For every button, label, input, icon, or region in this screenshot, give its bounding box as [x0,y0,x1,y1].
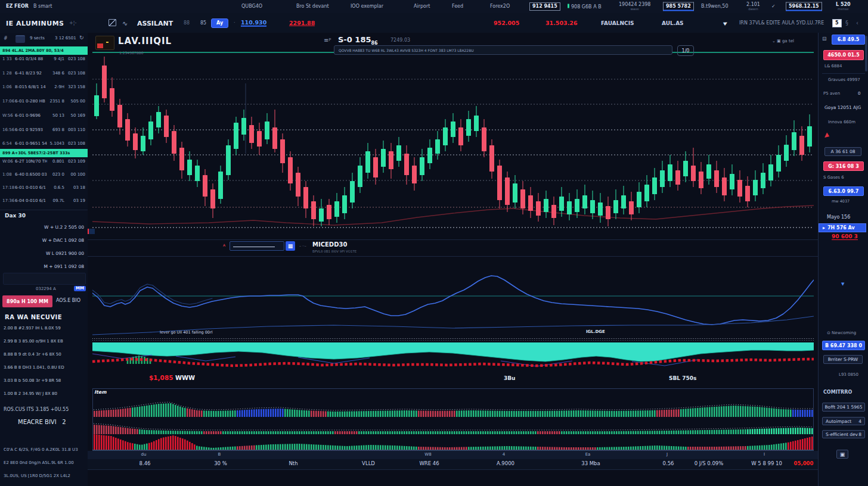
menubar-item[interactable]: Airport [414,4,430,9]
bofft-button[interactable]: Bofft 204 1 5965 [822,403,865,412]
menubar-item[interactable]: ✓ [771,4,776,9]
position-row[interactable]: 2.99 B 3 85.00 o/9H 1 8X EB [4,339,84,344]
ay-button[interactable]: Ay [211,18,228,28]
cell-size: 9 4J1 [49,57,64,61]
position-row[interactable]: 3.66 B 8 DH3 1.041, 0.8U ED [4,366,84,370]
highlighted-quote-row-1[interactable]: 894 4L.AL 2MA.80Y 80, 53/4 [0,46,88,55]
menubar-item[interactable]: 5968.12.15 [786,2,822,11]
position-row[interactable]: 3.03 B b 50.08 3r +9 8R 58 [4,379,84,383]
page-5-button[interactable]: 5 [832,19,842,27]
menubar-item[interactable]: Bro St devant [296,4,329,9]
menubar-item[interactable]: B smart [33,4,52,9]
selected-price-row[interactable]: ▸7H 576 Av [819,223,866,232]
menubar-item[interactable]: 190424 2398wave [619,2,650,11]
faualncis-tab[interactable]: FAUALNCIS [601,20,634,26]
watchlist-row[interactable]: 1:068-015 6/8/1 142-9H323 158 [2,85,85,89]
position-row[interactable]: 1.00 B 2 34.95 W/ J 8X 80 [4,392,84,396]
ratio-badge[interactable]: 1/0 [677,45,694,56]
buy-button-2[interactable]: 6.63.0 99.7 [823,186,864,196]
hash-icon[interactable]: # [4,36,8,41]
watchlist-row[interactable]: 1:086-40 0.6500 03023 000 100 [2,173,85,177]
watchlist-row[interactable]: 6:546-01 0-9651 545.1043023 108 [2,142,85,146]
pan-icon[interactable] [108,18,116,28]
volume-histogram-panel[interactable] [92,388,814,451]
menubar-item[interactable]: QUBG4O [241,4,262,9]
menubar-item[interactable]: 908 G6B A B [568,4,602,10]
cursor-icon[interactable]: ▶ [723,20,728,26]
dax-row[interactable]: W + U.2 2 505 00 [44,225,84,230]
dax-row[interactable]: W + DAC 1 092 08 [42,238,84,243]
autoimpact-button[interactable]: Autoimpact4 [822,417,865,425]
candlestick-chart[interactable] [92,51,814,237]
empty-order-input[interactable] [3,273,86,285]
axis-value: Nth [289,461,297,466]
dax-row[interactable]: M + 091 1 092 08 [44,264,84,269]
watchlist-row[interactable]: 17:366-04 0-010 6/109.7L03 19 [2,199,85,203]
menubar-item-label: B.t9wen,50 [701,4,728,9]
panel-menu-icon[interactable]: ⊟ [822,36,827,42]
watchlist-row[interactable]: 16:566-01 0 92593693 8003 110 [2,128,85,132]
cell-size: 50 13 [49,114,64,118]
menubar-item[interactable]: 985 5782 [663,2,694,11]
sefficient-button[interactable]: S-efficient dev8 [822,430,865,438]
briter-button[interactable]: Brriter S-PRW [823,355,863,364]
refresh-icon[interactable]: ↻ [79,35,84,40]
menubar-item[interactable]: Forex2O [490,4,510,9]
menubar-item[interactable]: Feed [452,4,463,9]
collapse-chevron-icon[interactable]: ‹ [856,20,858,26]
hamburger-icon[interactable]: ≡ᵖ [324,38,331,43]
momentum-indicator-panel[interactable] [92,256,814,338]
dax-section-title: Dax 30 [5,213,26,219]
goya-item[interactable]: Goya 12051 AJG [824,105,861,110]
folder-icon[interactable] [16,35,25,43]
buy-button-top[interactable]: 6.8 49.5 [832,35,865,45]
watchlist-row[interactable]: 17:066-01 0-280 HB2351 8505 00 [2,99,85,104]
watchlist-row[interactable]: 1 336-01 0/3/4 889 4J1023 108 [2,57,85,61]
menubar-item[interactable]: IOO exemplar [351,4,383,9]
cell-time: 17:06 [2,99,13,104]
axis-tick-strip [88,451,818,459]
watchlist-row[interactable]: W:566-01 0-969650 1350 169 [2,114,85,118]
momentum-name: IGL.DGE [586,330,605,334]
mm-badge[interactable]: MM [74,286,86,291]
sell-order-button[interactable]: 890a H 100 MM [2,295,52,307]
order-box-button[interactable]: A 36 61 08 [824,147,861,156]
position-row[interactable]: 2.00 B #2.937 IH L 8.0X 59 [4,326,84,331]
wave-icon[interactable]: ∿ [122,20,128,26]
cell-quote: 6-41 8/23 92 [15,71,47,76]
collapse-triangle-icon[interactable]: ▼ [841,282,844,286]
dax-row[interactable]: W L 0921 900 00 [46,251,84,256]
menubar-item-sub: wave [619,8,650,11]
sell-button-top[interactable]: 4650.0 01.5 [823,50,864,60]
search-apply-button[interactable]: ▦ [286,241,295,251]
add-symbol-button[interactable]: +¦- [69,21,76,26]
noves-label: mw 4037 [832,200,850,204]
sell-button-2[interactable]: G: 316 08 3 [823,161,864,171]
chart-title: LAV.IIIQIL [118,37,172,46]
menubar-item[interactable]: 2.101dasen [746,2,760,11]
watchlist-row[interactable]: W:066-2T 10N/70 TH0.801023 109 [2,160,85,164]
menubar-item[interactable]: 912 9415 [529,2,560,11]
innova-item[interactable]: Innova 660m [828,120,855,124]
axis-tick: W8 [424,453,431,457]
menubar-item[interactable]: L 520mense [836,2,851,11]
trend-ribbon-panel[interactable] [92,337,814,372]
macre-value: 2 [62,419,66,425]
aulas-tab[interactable]: AUL.AS [662,20,684,26]
highlighted-quote-row-2[interactable]: 899 A+3DL 5BES7/2-25BT 333s [0,149,88,157]
section-icon[interactable]: § [845,20,848,26]
scrollbar-thumb[interactable] [865,36,867,71]
watchlist-row[interactable]: 1 286-41 8/23 92348 6023 108 [2,71,85,76]
window-icon-button[interactable]: ▣ [836,450,848,459]
position-row[interactable]: 8.88 B 9 dt 0.4 3r +6 8X 50 [4,353,84,357]
chart-mini-controls[interactable]: ⌄ ▣ ga tel [772,39,794,43]
buy-button-3[interactable]: B 69.47 338 0 [822,341,865,350]
menubar-item-label: QUBG4O [241,4,262,9]
indicator-search-input[interactable] [230,241,284,251]
clock-icon: ⊙ [827,331,830,335]
menubar-item[interactable]: B.t9wen,50 [701,4,728,9]
menubar-item-label: L 520 [836,2,851,7]
watchlist-row[interactable]: 17:186-01 0-010 6/10.6.503 18 [2,186,85,190]
menubar-item[interactable]: EZ FEOR [6,4,29,9]
axis-value: A.9000 [497,461,514,466]
